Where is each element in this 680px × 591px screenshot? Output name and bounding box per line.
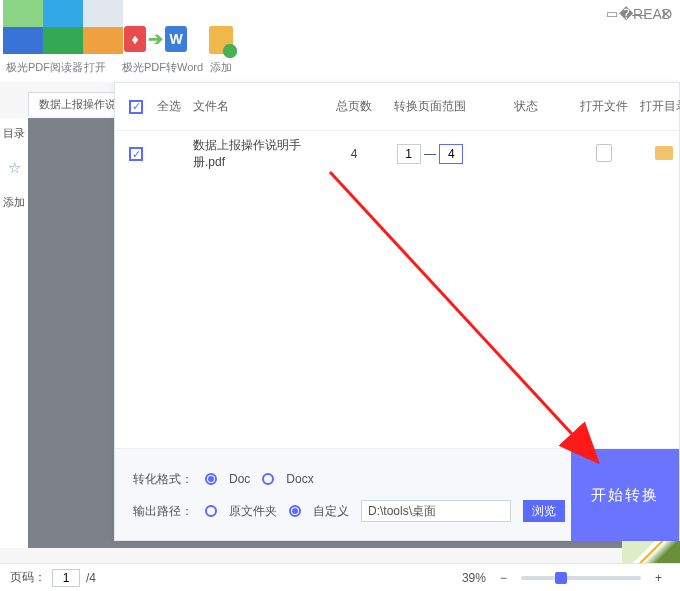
pdf-to-word-tool[interactable]: ♦ ➔ W [124,26,187,52]
viewer-sidebar: 目录 ☆ 添加 [0,118,28,548]
row-filename: 数据上报操作说明手册.pdf [193,137,321,171]
page-number-input[interactable] [52,569,80,587]
output-custom-radio[interactable] [289,505,301,517]
viewer-name-label: 极光PDF阅读器 [6,60,83,75]
app-logo-tiles [3,0,123,54]
format-label: 转化格式： [133,471,193,488]
minimize-icon[interactable]: — [632,6,646,22]
convert-tool-label: 极光PDF转Word [122,60,203,75]
select-all-checkbox[interactable] [129,100,143,114]
output-label: 输出路径： [133,503,193,520]
add-file-icon: + [209,26,233,54]
format-docx-radio[interactable] [262,473,274,485]
zoom-value: 39% [462,571,486,585]
output-src-label[interactable]: 原文件夹 [229,503,277,520]
row-checkbox[interactable] [129,147,143,161]
open-label[interactable]: 打开 [84,60,106,75]
zoom-out-button[interactable]: − [492,571,515,585]
range-from-input[interactable] [397,144,421,164]
status-bar: 页码： /4 39% − + [0,563,680,591]
thumbnail-image [622,541,680,563]
open-folder-icon[interactable] [655,146,673,160]
range-sep: — [424,147,436,161]
window-controls: ▭ — ✕ [606,6,672,22]
panel-footer: 转化格式： Doc Docx 输出路径： 原文件夹 自定义 浏览 开始转换 [115,448,679,540]
close-icon[interactable]: ✕ [660,6,672,22]
output-custom-label[interactable]: 自定义 [313,503,349,520]
sidebar-add[interactable]: 添加 [3,195,25,210]
page-label: 页码： [10,569,46,586]
format-doc-radio[interactable] [205,473,217,485]
sidebar-toc[interactable]: 目录 [3,126,25,141]
pdf-icon: ♦ [124,26,146,52]
arrow-right-icon: ➔ [148,28,163,50]
output-path-input[interactable] [361,500,511,522]
header-open-dir: 打开目录 [639,98,680,115]
sidebar-star-icon[interactable]: ☆ [8,159,21,177]
table-row: 数据上报操作说明手册.pdf 4 — ✕ [115,131,679,177]
zoom-in-button[interactable]: + [647,571,670,585]
format-doc-label[interactable]: Doc [229,472,250,486]
convert-panel: 全选 文件名 总页数 转换页面范围 状态 打开文件 打开目录 删除 数据上报操作… [114,82,680,541]
range-to-input[interactable] [439,144,463,164]
table-header: 全选 文件名 总页数 转换页面范围 状态 打开文件 打开目录 删除 [115,83,679,131]
start-convert-button[interactable]: 开始转换 [571,449,679,541]
header-total-pages: 总页数 [331,98,377,115]
header-status: 状态 [483,98,569,115]
header-page-range: 转换页面范围 [387,98,473,115]
page-total: /4 [86,571,96,585]
header-select-all[interactable]: 全选 [157,98,183,115]
output-src-radio[interactable] [205,505,217,517]
browse-button[interactable]: 浏览 [523,500,565,522]
word-icon: W [165,26,187,52]
format-docx-label[interactable]: Docx [286,472,313,486]
header-filename: 文件名 [193,98,321,115]
add-file-button[interactable]: + 添加 [203,26,239,75]
viewer-toolbar: 极光PDF阅读器 打开 ♦ ➔ W 极光PDF转Word + 添加 �READ [0,0,680,82]
open-file-icon[interactable] [596,144,612,162]
row-total-pages: 4 [331,147,377,161]
row-range: — [387,144,473,164]
zoom-slider[interactable] [521,576,641,580]
feedback-icon[interactable]: ▭ [606,6,618,22]
header-open-file: 打开文件 [579,98,629,115]
add-file-label: 添加 [203,60,239,75]
